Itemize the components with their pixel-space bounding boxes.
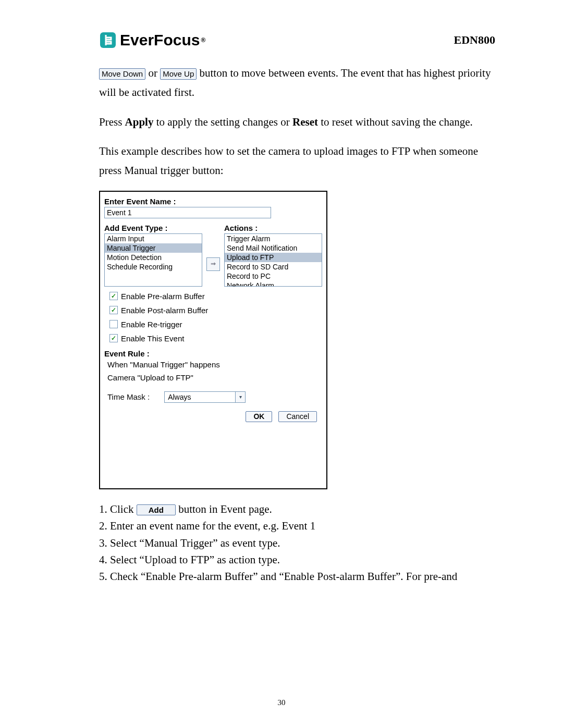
enable-retrigger-label: Enable Re-trigger	[121, 320, 182, 329]
event-rule-line-1: When "Manual Trigger" happens	[107, 360, 322, 369]
assign-arrow-button[interactable]: ⇒	[206, 257, 220, 271]
actions-listbox[interactable]: Trigger Alarm Send Mail Notification Upl…	[224, 233, 322, 287]
list-item[interactable]: Network Alarm	[225, 281, 322, 287]
list-item[interactable]: Schedule Recording	[105, 262, 202, 272]
enable-postalarm-label: Enable Post-alarm Buffer	[121, 306, 208, 315]
list-item[interactable]: Trigger Alarm	[225, 234, 322, 243]
event-name-input[interactable]	[104, 207, 271, 218]
dialog-buttons: OK Cancel	[104, 411, 317, 422]
list-item[interactable]: Alarm Input	[105, 234, 202, 243]
enter-event-name-label: Enter Event Name :	[104, 197, 322, 206]
time-mask-value: Always	[168, 393, 191, 401]
enable-prealarm-label: Enable Pre-alarm Buffer	[121, 292, 205, 301]
step-1: 1. Click Add button in Event page.	[99, 502, 495, 517]
checkbox-checked-icon[interactable]: ✓	[109, 306, 118, 314]
example-text: This example describes how to set the ca…	[99, 142, 495, 180]
logo-icon	[99, 31, 117, 49]
model-number: EDN800	[454, 33, 495, 49]
page-number: 30	[0, 698, 563, 707]
time-mask-select[interactable]: Always ▾	[164, 391, 246, 403]
checkbox-checked-icon[interactable]: ✓	[109, 292, 118, 300]
list-item[interactable]: Upload to FTP	[225, 253, 322, 262]
enable-this-event-label: Enable This Event	[121, 334, 184, 343]
list-item[interactable]: Record to SD Card	[225, 262, 322, 272]
header: EverFocus® EDN800	[99, 31, 495, 49]
enable-retrigger-row: Enable Re-trigger	[109, 320, 322, 329]
move-instruction: Move Down or Move Up button to move betw…	[99, 64, 495, 102]
steps-list: 1. Click Add button in Event page. 2. En…	[99, 502, 495, 585]
list-item[interactable]: Manual Trigger	[105, 243, 202, 253]
add-event-type-label: Add Event Type :	[104, 224, 202, 232]
checkbox-unchecked-icon[interactable]	[109, 320, 118, 328]
step-2: 2. Enter an event name for the event, e.…	[99, 519, 495, 534]
event-rule-label: Event Rule :	[104, 349, 322, 358]
checkbox-checked-icon[interactable]: ✓	[109, 334, 118, 342]
step-4: 4. Select “Upload to FTP” as action type…	[99, 552, 495, 567]
cancel-button[interactable]: Cancel	[278, 411, 317, 422]
move-up-button[interactable]: Move Up	[160, 68, 197, 80]
page: EverFocus® EDN800 Move Down or Move Up b…	[0, 0, 563, 728]
apply-reset-text: Press Apply to apply the setting changes…	[99, 113, 495, 132]
event-type-listbox[interactable]: Alarm Input Manual Trigger Motion Detect…	[104, 233, 202, 287]
body-text: Move Down or Move Up button to move betw…	[99, 64, 495, 180]
brand-name: EverFocus®	[120, 31, 205, 49]
enable-prealarm-row: ✓ Enable Pre-alarm Buffer	[109, 292, 322, 301]
list-item[interactable]: Record to PC	[225, 272, 322, 281]
list-item[interactable]: Send Mail Notification	[225, 243, 322, 253]
event-rule-line-2: Camera "Upload to FTP"	[107, 373, 322, 382]
step-5: 5. Check “Enable Pre-alarm Buffer” and “…	[99, 569, 495, 584]
list-item[interactable]: Motion Detection	[105, 253, 202, 262]
time-mask-label: Time Mask :	[107, 392, 150, 401]
event-dialog: Enter Event Name : Add Event Type : Alar…	[99, 191, 327, 489]
logo: EverFocus®	[99, 31, 205, 49]
chevron-down-icon: ▾	[235, 392, 245, 402]
move-down-button[interactable]: Move Down	[99, 68, 145, 80]
time-mask-row: Time Mask : Always ▾	[107, 391, 322, 403]
step-3: 3. Select “Manual Trigger” as event type…	[99, 536, 495, 551]
add-button[interactable]: Add	[137, 504, 176, 515]
ok-button[interactable]: OK	[246, 411, 272, 422]
actions-label: Actions :	[224, 224, 322, 232]
enable-postalarm-row: ✓ Enable Post-alarm Buffer	[109, 306, 322, 315]
enable-this-event-row: ✓ Enable This Event	[109, 334, 322, 343]
